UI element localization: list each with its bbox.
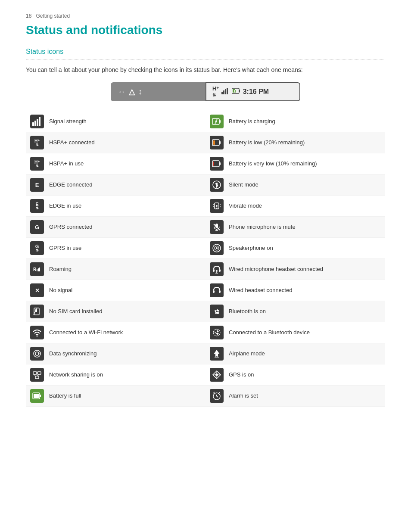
no-signal-label: No signal: [49, 287, 72, 294]
vibrate-mode-label: Vibrate mode: [229, 202, 262, 210]
icon-row-silent: Silent mode: [206, 174, 385, 196]
svg-rect-1: [223, 90, 224, 94]
svg-rect-28: [216, 187, 217, 188]
battery-low-label: Battery is low (20% remaining): [229, 139, 305, 146]
gprs-connected-label: GPRS connected: [49, 224, 92, 231]
battery-vlow-icon: [210, 157, 224, 171]
svg-rect-22: [213, 140, 215, 145]
icon-row-vibrate: Vibrate mode: [206, 196, 385, 217]
svg-rect-25: [213, 162, 214, 166]
sb-signal-icon: [221, 87, 229, 96]
icon-row-nosignal: ✕ No signal: [26, 280, 206, 301]
no-sim-label: No SIM card installed: [49, 308, 103, 315]
svg-rect-21: [219, 141, 221, 144]
icon-row-hspa: H⁺ ⇅ HSPA+ connected: [26, 132, 206, 153]
silent-mode-label: Silent mode: [229, 181, 258, 189]
no-sim-icon: [30, 305, 44, 318]
svg-rect-5: [239, 90, 240, 92]
signal-strength-icon: [30, 115, 44, 128]
icon-row-edge-use: E ⇅ EDGE in use: [26, 196, 206, 217]
statusbar-mockup: ↔ △ ↕ H⁺⇅ 3:16 PM: [111, 82, 300, 101]
wired-headset-icon: [210, 283, 224, 297]
battery-charging-icon: [210, 115, 224, 128]
battery-vlow-label: Battery is very low (10% remaining): [229, 160, 317, 168]
mic-mute-icon: [210, 220, 224, 234]
svg-line-76: [213, 392, 215, 393]
icon-row-batcharg: Battery is charging: [206, 111, 385, 132]
signal-strength-label: Signal strength: [49, 118, 87, 125]
gprs-inuse-label: GPRS in use: [49, 245, 81, 252]
icon-row-edge: E EDGE connected: [26, 174, 206, 196]
icons-grid: Signal strength Battery is charging H⁺ ⇅…: [26, 111, 385, 407]
icon-row-wifi: Connected to a Wi-Fi network: [26, 322, 206, 343]
gprs-inuse-icon: G ⇅: [30, 241, 44, 255]
icon-row-hspa-use: H⁺ ⇅ HSPA+ in use: [26, 153, 206, 174]
icon-row-alarm: Alarm is set: [206, 386, 385, 407]
hspa-inuse-label: HSPA+ in use: [49, 160, 84, 168]
sb-battery-icon: [232, 88, 240, 96]
roaming-label: Roaming: [49, 266, 72, 273]
icon-row-signal: Signal strength: [26, 111, 206, 132]
svg-rect-62: [37, 372, 41, 374]
battery-full-icon: [30, 389, 44, 403]
roaming-icon: R: [30, 262, 44, 276]
net-share-icon: [30, 368, 44, 382]
bluetooth-on-label: Bluetooth is on: [229, 308, 266, 315]
sb-sync-icon: ↕: [138, 87, 142, 96]
svg-marker-58: [38, 353, 40, 354]
sb-alert-icon: △: [129, 87, 135, 96]
page-number: 18 Getting started: [26, 13, 385, 19]
hspa-inuse-icon: H⁺ ⇅: [30, 157, 44, 171]
alarm-set-label: Alarm is set: [229, 392, 258, 400]
icon-row-batvlow: Battery is very low (10% remaining): [206, 153, 385, 174]
bluetooth-on-icon: [210, 305, 224, 318]
battery-full-label: Battery is full: [49, 392, 81, 400]
no-signal-icon: ✕: [30, 283, 44, 297]
svg-rect-50: [219, 290, 221, 293]
sync-icon: [30, 347, 44, 361]
icon-row-gps: GPS is on: [206, 364, 385, 386]
svg-rect-61: [33, 372, 37, 374]
svg-rect-63: [35, 376, 39, 379]
svg-rect-44: [213, 269, 215, 272]
svg-point-69: [215, 373, 218, 376]
wired-mic-headset-icon: [210, 262, 224, 276]
svg-line-75: [217, 396, 218, 397]
svg-marker-59: [34, 354, 36, 355]
hspa-connected-label: HSPA+ connected: [49, 139, 95, 146]
svg-point-40: [216, 247, 218, 249]
svg-rect-71: [40, 395, 41, 397]
edge-inuse-icon: E ⇅: [30, 199, 44, 213]
hspa-connected-icon: H⁺ ⇅: [30, 136, 44, 149]
svg-rect-72: [34, 394, 39, 398]
edge-inuse-label: EDGE in use: [49, 202, 81, 210]
svg-rect-3: [227, 88, 228, 94]
icon-row-gprs-use: G ⇅ GPRS in use: [26, 238, 206, 259]
speakerphone-label: Speakerphone on: [229, 245, 273, 252]
svg-rect-13: [39, 117, 40, 126]
net-share-label: Network sharing is on: [49, 371, 103, 379]
icon-row-wiredhead: Wired headset connected: [206, 280, 385, 301]
bt-device-icon: [210, 326, 224, 339]
sync-label: Data synchronizing: [49, 350, 97, 358]
wired-mic-headset-label: Wired microphone headset connected: [229, 266, 323, 273]
icon-row-batfull: Battery is full: [26, 386, 206, 407]
svg-rect-41: [37, 269, 37, 271]
svg-rect-43: [39, 268, 40, 271]
statusbar-right: H⁺⇅ 3:16 PM: [206, 82, 300, 101]
battery-low-icon: [210, 136, 224, 149]
wifi-label: Connected to a Wi-Fi network: [49, 329, 123, 336]
svg-rect-42: [38, 268, 39, 271]
svg-point-46: [216, 270, 218, 272]
icon-row-gprs: G GPRS connected: [26, 217, 206, 238]
svg-rect-49: [213, 290, 215, 293]
svg-point-55: [37, 336, 38, 337]
svg-rect-27: [216, 186, 218, 187]
icon-row-airplane: Airplane mode: [206, 343, 385, 364]
gps-icon: [210, 368, 224, 382]
icon-row-bton: Bluetooth is on: [206, 301, 385, 322]
divider-top: [26, 45, 385, 45]
gprs-connected-icon: G: [30, 220, 44, 234]
svg-rect-2: [225, 89, 226, 94]
bt-device-label: Connected to a Bluetooth device: [229, 329, 310, 336]
